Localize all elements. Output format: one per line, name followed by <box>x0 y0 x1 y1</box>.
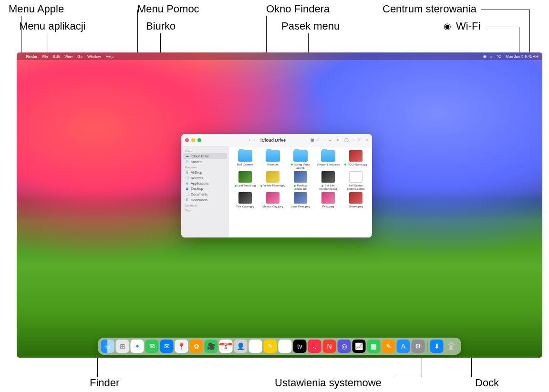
file-label: Receipts <box>260 163 286 166</box>
file-thumb <box>349 192 363 204</box>
file-item[interactable]: Still Life Reference.jpg <box>315 171 342 190</box>
file-item[interactable]: Lone Pine.jpeg <box>287 192 314 208</box>
dock-maps-icon[interactable]: 📍 <box>175 340 188 353</box>
folder-icon <box>321 150 335 162</box>
dock-numbers-icon[interactable]: ▦ <box>367 340 381 353</box>
file-label: Rail Chasers <box>232 163 258 166</box>
dock-reminders-icon[interactable]: ☰ <box>249 340 262 353</box>
action-button[interactable]: ⊙ ⌄ <box>353 138 361 142</box>
dock-stocks-icon[interactable]: 📈 <box>352 340 366 353</box>
file-item[interactable]: RD.2-Notes.jpg <box>342 150 369 169</box>
dock-facetime-icon[interactable]: 🎥 <box>205 340 218 353</box>
dock-settings-icon[interactable]: ⚙ <box>412 340 425 353</box>
menu-file[interactable]: File <box>42 54 48 59</box>
dock-podcasts-icon[interactable]: ◎ <box>338 340 351 353</box>
dock-finder-icon[interactable]: ☺ <box>101 340 114 353</box>
forward-button[interactable]: › <box>252 138 256 143</box>
dock-news-icon[interactable]: N <box>323 340 336 353</box>
folder-icon <box>266 150 280 162</box>
sidebar-item-icloud-drive[interactable]: ☁︎iCloud Drive <box>183 153 227 159</box>
dock-appstore-icon[interactable]: A <box>397 340 410 353</box>
group-button[interactable]: ≣ ⌄ <box>324 138 331 142</box>
wifi-icon: ◉ <box>444 21 451 31</box>
file-thumb <box>349 150 363 162</box>
file-item[interactable]: Pink.jpeg <box>315 192 342 208</box>
menu-edit[interactable]: Edit <box>53 54 60 59</box>
file-item[interactable]: Title Cover.jpg <box>232 192 259 208</box>
menu-go[interactable]: Go <box>77 54 83 59</box>
app-menu[interactable]: Finder <box>26 54 37 59</box>
file-item[interactable]: Leaf Detail.jpg <box>232 171 259 190</box>
file-item[interactable]: Skater.jpeg <box>342 192 369 208</box>
file-item[interactable]: Fall Scents Outline.pages <box>342 171 369 190</box>
callout-dock: Dock <box>475 377 499 389</box>
spotlight-icon[interactable]: ⌕ <box>490 54 493 59</box>
file-thumb <box>238 192 252 204</box>
sidebar-item-downloads[interactable]: ⬇︎Downloads <box>181 197 229 203</box>
file-label: Mexico City.jpeg <box>260 205 286 208</box>
view-icons-button[interactable]: ▦ ⌄ <box>311 138 319 142</box>
dock-calendar-icon[interactable]: JUN5 <box>219 340 233 353</box>
zoom-icon[interactable] <box>197 138 201 142</box>
file-item[interactable]: Spring Youth Council <box>287 150 314 169</box>
dock-safari-icon[interactable]: ✦ <box>131 340 144 353</box>
close-icon[interactable] <box>185 138 189 142</box>
file-item[interactable]: Rooftop Shoot.jpg <box>287 171 314 190</box>
dock-notes-icon[interactable]: ✎ <box>264 340 277 353</box>
sidebar-item-shared[interactable]: ⇪Shared <box>181 159 229 165</box>
dock-contacts-icon[interactable]: 👤 <box>234 340 248 353</box>
minimize-icon[interactable] <box>191 138 195 142</box>
dock-trash-icon[interactable]: 🗑 <box>445 340 458 353</box>
dock-downloads-icon[interactable]: ⬇ <box>430 340 444 353</box>
sidebar-item-label: Desktop <box>191 187 203 190</box>
file-item[interactable]: Yellow Flower.jpg <box>259 171 286 190</box>
menu-bar: Finder FileEditViewGoWindowHelp ◉ ⌕ ⌥ Mo… <box>17 52 542 60</box>
menu-view[interactable]: View <box>64 54 73 59</box>
dock-music-icon[interactable]: ♫ <box>308 340 321 353</box>
dock-freeform-icon[interactable]: 〰 <box>279 340 292 353</box>
sidebar-item-desktop[interactable]: 🖥Desktop <box>181 186 229 191</box>
folder-icon <box>238 150 252 162</box>
sidebar-item-label: iCloud Drive <box>191 155 209 158</box>
sidebar-item-icon: 🕘 <box>185 176 189 180</box>
callout-app-menu: Menu aplikacji <box>19 20 85 32</box>
menu-help[interactable]: Help <box>105 54 113 59</box>
back-button[interactable]: ‹ <box>248 138 251 143</box>
sidebar-item-documents[interactable]: 📄Documents <box>181 191 229 197</box>
dock-tv-icon[interactable]: tv <box>293 340 307 353</box>
search-icon[interactable]: ⌕ <box>366 138 368 142</box>
sidebar-item-label: AirDrop <box>191 171 202 174</box>
sidebar-item-label: Downloads <box>191 198 207 202</box>
file-label: Rooftop Shoot.jpg <box>288 184 313 190</box>
dock-messages-icon[interactable]: ✉ <box>145 340 159 353</box>
file-item[interactable]: Mexico City.jpeg <box>259 192 286 208</box>
menubar-clock[interactable]: Mon Jun 5 9:41 AM <box>506 54 539 59</box>
tag-button[interactable]: ◯ <box>344 138 349 142</box>
file-item[interactable]: Vendor & Invoices <box>315 150 342 169</box>
callout-system-settings: Ustawienia systemowe <box>275 377 382 389</box>
sidebar-item-applications[interactable]: AApplications <box>181 181 229 186</box>
finder-title: iCloud Drive <box>260 138 286 143</box>
callout-wifi: Wi-Fi <box>456 20 480 32</box>
folder-icon <box>293 150 308 162</box>
window-controls[interactable] <box>185 138 201 142</box>
dock-pages-icon[interactable]: ✎ <box>382 340 395 353</box>
sidebar-item-airdrop[interactable]: 📡AirDrop <box>181 169 229 175</box>
wifi-status-icon[interactable]: ◉ <box>483 54 487 59</box>
control-center-icon[interactable]: ⌥ <box>497 54 501 59</box>
file-thumb <box>266 192 280 204</box>
share-button[interactable]: ⇧ <box>336 138 340 142</box>
file-label: Pink.jpeg <box>315 205 341 208</box>
sidebar-item-label: Recents <box>191 176 203 180</box>
sidebar-item-recents[interactable]: 🕘Recents <box>181 175 229 181</box>
file-label: Title Cover.jpg <box>232 205 258 208</box>
file-label: Leaf Detail.jpg <box>232 184 258 187</box>
sidebar-item-icon: ⬇︎ <box>185 198 189 202</box>
dock-photos-icon[interactable]: ✿ <box>190 340 203 353</box>
dock-launchpad-icon[interactable]: ⊞ <box>116 340 129 353</box>
menu-window[interactable]: Window <box>87 54 101 59</box>
dock-mail-icon[interactable]: ✉ <box>160 340 174 353</box>
file-item[interactable]: Rail Chasers <box>232 150 259 169</box>
file-item[interactable]: Receipts <box>259 150 286 169</box>
dock-separator <box>427 340 428 352</box>
